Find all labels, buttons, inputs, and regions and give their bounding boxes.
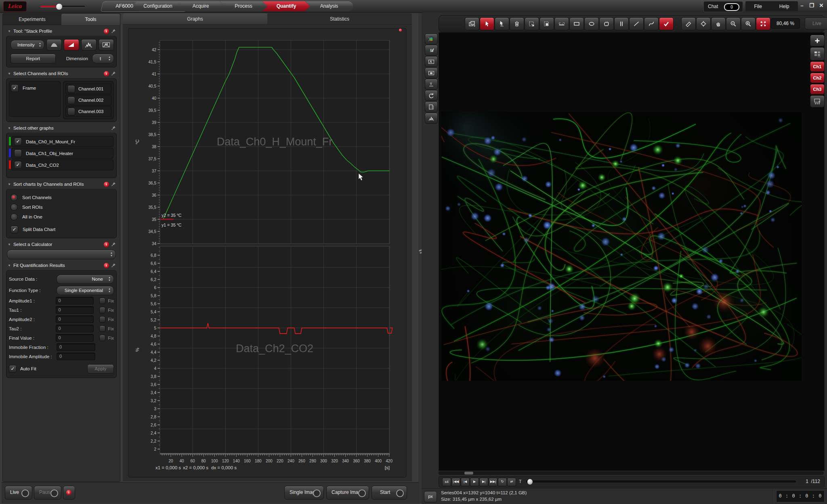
zoom-in-icon[interactable] <box>741 17 756 30</box>
calculator-dropdown[interactable]: ▲▼ <box>7 250 116 259</box>
paste-frame-icon[interactable] <box>539 17 554 30</box>
parallel-lines-roi-icon[interactable] <box>614 17 629 30</box>
fit-field-input[interactable]: 0 <box>56 297 94 304</box>
tab-statistics[interactable]: Statistics <box>267 13 412 25</box>
fix-checkbox[interactable]: ✓ <box>99 326 106 332</box>
histogram-icon[interactable] <box>425 113 438 124</box>
slider-knob[interactable] <box>56 3 63 10</box>
sort-option[interactable]: Sort Channels <box>9 193 114 202</box>
slope-profile-icon[interactable] <box>64 39 79 50</box>
radio-button[interactable] <box>10 204 18 211</box>
pin-t-icon[interactable]: T <box>425 79 438 90</box>
framed-histogram-icon[interactable] <box>99 39 114 50</box>
annotation-m-icon[interactable]: M <box>425 45 438 56</box>
function-type-dropdown[interactable]: Single Exponential ▲▼ <box>57 286 114 295</box>
fit-field-input[interactable]: 0 <box>56 334 94 342</box>
chat-button[interactable]: Chat 0 <box>703 1 743 12</box>
info-icon[interactable]: i <box>104 71 109 76</box>
pin-icon[interactable] <box>111 263 116 268</box>
fit-field-input[interactable]: 0 <box>56 315 94 323</box>
pin-icon[interactable] <box>111 29 116 34</box>
channel-button-ch2[interactable]: Ch2 <box>810 73 825 83</box>
channel-checkbox[interactable]: ✓ <box>67 85 75 93</box>
layout-view-icon[interactable] <box>810 95 825 107</box>
workflow-step-configuration[interactable]: Configuration <box>134 1 182 11</box>
collapse-triangle-icon[interactable]: ▼ <box>8 29 11 33</box>
channel-button-ch1[interactable]: Ch1 <box>810 61 825 72</box>
select-cursor-icon[interactable] <box>480 17 494 30</box>
info-icon[interactable]: i <box>104 29 109 34</box>
play-button[interactable]: ▶ <box>470 478 479 486</box>
channel-row[interactable]: ✓Channel.003 <box>65 106 111 117</box>
fix-checkbox[interactable]: ✓ <box>99 307 106 313</box>
loop-button[interactable]: ↻ <box>498 478 507 486</box>
playback-speed-button[interactable]: x4 <box>442 478 451 486</box>
frame-slider[interactable] <box>526 481 796 483</box>
ruler-horizontal-icon[interactable] <box>554 17 569 30</box>
target-icon[interactable] <box>696 17 711 30</box>
frame-checkbox[interactable]: ✓ <box>11 84 19 92</box>
fix-checkbox[interactable]: ✓ <box>99 298 106 304</box>
line-roi-icon[interactable] <box>629 17 644 30</box>
sort-option[interactable]: All in One <box>9 212 114 222</box>
fix-checkbox[interactable]: ✓ <box>99 316 106 323</box>
roi-layers-icon[interactable] <box>465 17 479 30</box>
channel-button-ch3[interactable]: Ch3 <box>810 84 825 94</box>
lut-icon[interactable] <box>425 34 438 44</box>
live-button[interactable]: Live <box>5 486 32 500</box>
info-icon[interactable]: i <box>104 263 109 268</box>
graph-checkbox[interactable]: ✓ <box>14 161 22 169</box>
rectangle-roi-icon[interactable] <box>569 17 584 30</box>
collapse-triangle-icon[interactable]: ▼ <box>8 264 11 267</box>
graph-row[interactable]: ✓Data_Ch0_H_Mount_Fr <box>11 136 113 147</box>
fit-field-input[interactable]: 0 <box>56 325 94 332</box>
collapse-triangle-icon[interactable]: ▼ <box>8 126 11 130</box>
fit-to-window-icon[interactable] <box>756 17 770 30</box>
copy-frame-icon[interactable] <box>525 17 539 30</box>
tile-view-icon[interactable] <box>810 47 825 61</box>
maximize-icon[interactable]: ❐ <box>808 2 815 8</box>
workflow-step-quantify[interactable]: Quantify <box>262 1 310 11</box>
add-view-icon[interactable] <box>810 35 825 46</box>
viewer-live-button[interactable]: Live <box>805 17 827 29</box>
fit-field-input[interactable]: 0 <box>56 306 94 314</box>
bounce-button[interactable]: ⇄ <box>507 478 516 486</box>
zoom-out-icon[interactable] <box>726 17 741 30</box>
pin-icon[interactable] <box>111 126 116 130</box>
rotate-icon[interactable] <box>425 90 438 101</box>
radio-button[interactable] <box>10 194 18 201</box>
split-data-chart-row[interactable]: ✓Split Data Chart <box>9 224 114 235</box>
sort-option[interactable]: Sort ROIs <box>9 202 114 212</box>
menu-help[interactable]: Help <box>779 4 789 9</box>
collapse-triangle-icon[interactable]: ▼ <box>8 183 11 186</box>
polygon-roi-icon[interactable] <box>599 17 614 30</box>
curve-roi-icon[interactable] <box>644 17 659 30</box>
menu-file[interactable]: File <box>754 4 762 9</box>
delete-roi-icon[interactable] <box>510 17 524 30</box>
auto-fit-checkbox[interactable]: ✓ <box>9 365 17 373</box>
channel-checkbox[interactable]: ✓ <box>67 97 75 104</box>
fix-checkbox[interactable]: ✓ <box>99 335 106 341</box>
tab-graphs[interactable]: Graphs <box>123 13 267 25</box>
profile-mode-dropdown[interactable]: Intensity ▲▼ <box>10 40 44 50</box>
pan-hand-icon[interactable] <box>711 17 726 30</box>
fit-field-input[interactable]: 0 <box>57 343 95 351</box>
apply-button[interactable]: Apply <box>87 364 114 374</box>
next-frame-button[interactable]: ▶| <box>479 478 488 486</box>
report-button[interactable]: Report <box>10 54 56 63</box>
first-frame-button[interactable]: |◀◀ <box>451 478 460 486</box>
apply-check-icon[interactable] <box>659 17 674 30</box>
ellipse-roi-icon[interactable] <box>584 17 599 30</box>
pause-button[interactable]: Pause <box>34 486 61 500</box>
radio-button[interactable] <box>10 213 18 220</box>
graph-checkbox[interactable]: ✓ <box>14 149 22 157</box>
frame-slider-knob[interactable] <box>527 479 533 485</box>
workflow-step-acquire[interactable]: Acquire <box>177 1 225 11</box>
measure-ruler-icon[interactable] <box>681 17 696 30</box>
slide-marker-icon[interactable] <box>425 56 438 67</box>
pages-icon[interactable] <box>425 101 438 112</box>
px-units-button[interactable]: px <box>424 491 437 502</box>
channel-checkbox[interactable]: ✓ <box>67 108 75 116</box>
channel-row[interactable]: ✓Channel.001 <box>65 84 111 94</box>
collapse-triangle-icon[interactable]: ▼ <box>8 72 11 76</box>
